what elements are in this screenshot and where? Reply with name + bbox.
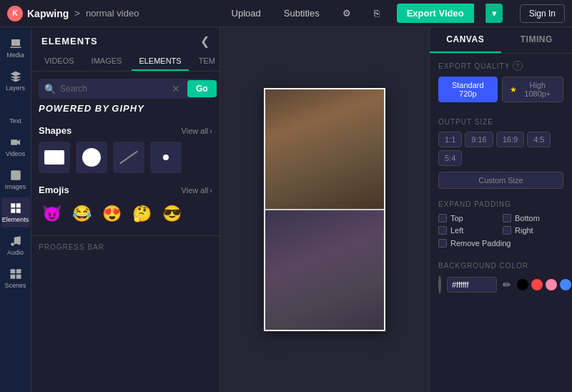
sidebar-item-videos[interactable]: Videos xyxy=(1,132,30,162)
export-quality-label: EXPORT QUALITY ? xyxy=(438,61,563,71)
emoji-heart-eyes[interactable]: 😍 xyxy=(99,201,124,227)
main-layout: Media Layers Text Videos Images Elements… xyxy=(0,27,572,392)
upload-button[interactable]: Upload xyxy=(226,5,267,21)
svg-rect-2 xyxy=(11,203,15,207)
standard-quality-button[interactable]: Standard 720p xyxy=(438,77,498,102)
bg-color-hex-input[interactable] xyxy=(447,277,497,293)
tab-elements[interactable]: ELEMENTS xyxy=(132,52,188,71)
padding-bottom-checkbox[interactable] xyxy=(503,214,511,222)
settings-icon[interactable]: ⚙ xyxy=(337,5,357,21)
star-icon: ★ xyxy=(510,85,517,94)
sidebar-label-images: Images xyxy=(5,183,26,190)
pen-icon[interactable]: ✏ xyxy=(503,279,511,290)
padding-left-checkbox[interactable] xyxy=(438,226,447,235)
bg-color-swatch[interactable] xyxy=(438,275,441,294)
subtitles-button[interactable]: Subtitles xyxy=(278,5,325,21)
search-box: 🔍 ✕ Go xyxy=(39,79,212,99)
canvas-frame xyxy=(264,88,385,331)
search-go-button[interactable]: Go xyxy=(187,80,217,97)
shape-circle[interactable] xyxy=(76,142,107,173)
giphy-badge: POWERED BY GIPHY xyxy=(31,102,220,119)
shape-line[interactable] xyxy=(113,142,144,173)
output-size-label: OUTPUT SIZE xyxy=(438,118,563,126)
sidebar-item-media[interactable]: Media xyxy=(1,33,30,63)
background-color-label: BACKGROUND COLOR xyxy=(438,262,563,270)
high-quality-button[interactable]: ★ High 1080p+ xyxy=(502,77,563,102)
shape-dot[interactable] xyxy=(150,142,182,173)
logo-icon: K xyxy=(7,6,23,21)
size-1-1[interactable]: 1:1 xyxy=(438,132,462,147)
svg-rect-9 xyxy=(16,269,21,273)
app-name: Kapwing xyxy=(27,8,69,19)
emojis-grid: 😈 😂 😍 🤔 😎 xyxy=(39,201,212,227)
svg-point-7 xyxy=(17,242,21,245)
color-red[interactable] xyxy=(531,279,543,290)
padding-grid: Top Bottom Left Right xyxy=(438,214,563,235)
padding-right-checkbox[interactable] xyxy=(503,226,511,235)
powered-by-label: POWERED BY xyxy=(39,103,109,114)
sidebar-item-layers[interactable]: Layers xyxy=(1,66,30,96)
sidebar-label-layers: Layers xyxy=(6,84,25,92)
export-button[interactable]: Export Video xyxy=(397,4,474,23)
quality-help-icon[interactable]: ? xyxy=(513,61,523,71)
color-black[interactable] xyxy=(517,279,528,290)
output-size-section: OUTPUT SIZE 1:1 9:16 16:9 4:5 5:4 Custom… xyxy=(430,111,572,193)
svg-rect-4 xyxy=(11,209,15,213)
size-4-5[interactable]: 4:5 xyxy=(527,132,551,147)
tab-images[interactable]: IMAGES xyxy=(84,52,129,71)
emoji-thinking[interactable]: 🤔 xyxy=(129,201,154,227)
sidebar-item-text[interactable]: Text xyxy=(1,99,30,129)
icon-sidebar: Media Layers Text Videos Images Elements… xyxy=(0,27,31,392)
padding-top-checkbox[interactable] xyxy=(438,214,447,222)
size-16-9[interactable]: 16:9 xyxy=(496,132,524,147)
shapes-header: Shapes View all › xyxy=(39,125,212,136)
emojis-view-all[interactable]: View all › xyxy=(182,186,212,195)
expand-padding-section: EXPAND PADDING Top Bottom Left Right xyxy=(430,193,572,255)
share-icon[interactable]: ⎘ xyxy=(368,5,385,21)
emojis-section: Emojis View all › 😈 😂 😍 🤔 😎 xyxy=(31,179,220,232)
sidebar-item-audio[interactable]: Audio xyxy=(1,230,30,260)
sidebar-label-elements: Elements xyxy=(2,216,29,223)
search-input[interactable] xyxy=(60,79,167,99)
svg-rect-5 xyxy=(16,209,20,213)
tab-templates[interactable]: TEM xyxy=(192,52,220,71)
expand-padding-label: EXPAND PADDING xyxy=(438,200,563,208)
sidebar-item-elements[interactable]: Elements xyxy=(1,197,30,227)
color-pink[interactable] xyxy=(546,279,557,290)
sidebar-item-images[interactable]: Images xyxy=(1,165,30,195)
emoji-cool[interactable]: 😎 xyxy=(159,201,184,227)
sidebar-label-audio: Audio xyxy=(7,249,24,256)
padding-top-item: Top xyxy=(438,214,499,222)
svg-point-6 xyxy=(11,242,14,246)
signin-button[interactable]: Sign In xyxy=(520,4,565,23)
shapes-title: Shapes xyxy=(39,125,72,136)
shapes-view-all[interactable]: View all › xyxy=(182,127,212,135)
size-9-16[interactable]: 9:16 xyxy=(465,132,493,147)
topbar: K Kapwing > normal video Upload Subtitle… xyxy=(0,0,572,27)
emoji-devil[interactable]: 😈 xyxy=(39,201,64,227)
tab-videos[interactable]: VIDEOS xyxy=(37,52,82,71)
remove-padding-checkbox[interactable] xyxy=(438,239,447,248)
emoji-laugh[interactable]: 😂 xyxy=(69,201,94,227)
export-dropdown-arrow[interactable]: ▾ xyxy=(485,4,503,23)
svg-rect-10 xyxy=(10,275,15,279)
sidebar-item-scenes[interactable]: Scenes xyxy=(1,263,30,293)
progress-bar-section: PROGRESS BAR xyxy=(31,235,220,258)
color-blue[interactable] xyxy=(560,279,571,290)
sidebar-label-videos: Videos xyxy=(6,150,25,157)
custom-size-button[interactable]: Custom Size xyxy=(438,172,563,189)
project-name: normal video xyxy=(86,8,139,19)
app-logo[interactable]: K Kapwing xyxy=(7,6,69,21)
quality-buttons: Standard 720p ★ High 1080p+ xyxy=(438,77,563,102)
size-5-4[interactable]: 5:4 xyxy=(438,150,462,166)
search-clear-button[interactable]: ✕ xyxy=(172,83,180,94)
tab-timing[interactable]: TIMING xyxy=(501,27,573,53)
panel-close-button[interactable]: ❮ xyxy=(200,34,209,48)
sidebar-label-text: Text xyxy=(9,117,21,124)
shapes-section: Shapes View all › xyxy=(31,119,220,179)
shape-rectangle[interactable] xyxy=(39,142,70,173)
padding-bottom-item: Bottom xyxy=(503,214,563,222)
breadcrumb-separator: > xyxy=(74,8,80,19)
color-dots xyxy=(517,279,571,290)
tab-canvas[interactable]: CANVAS xyxy=(430,27,501,53)
